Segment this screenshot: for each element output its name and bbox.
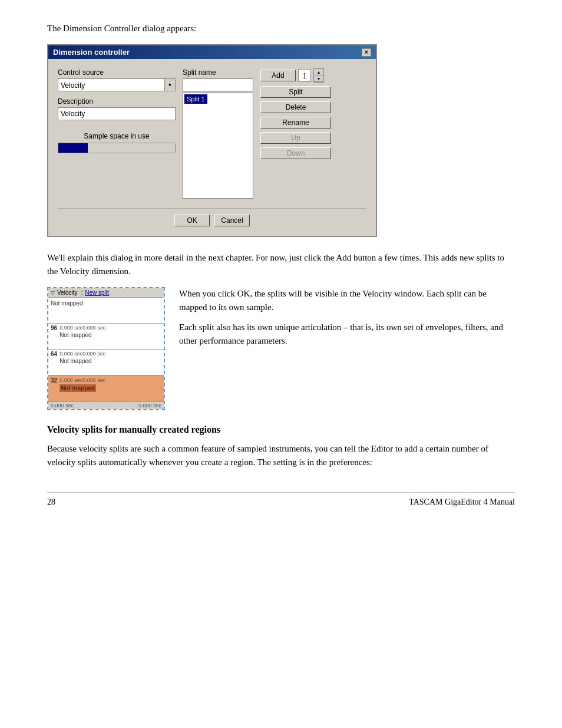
velocity-row-2-num: 96 [51, 325, 57, 331]
dialog-left-panel: Control source Velocity ▼ Description Sa… [58, 68, 176, 199]
velocity-row-3-header: 0.000 sec 0.000 sec [59, 351, 105, 357]
page-footer: 28 TASCAM GigaEditor 4 Manual [47, 492, 515, 507]
close-button[interactable]: × [362, 48, 371, 57]
description-field[interactable] [58, 107, 176, 120]
velocity-row-4-num: 32 [51, 377, 57, 384]
triangle-icon: ▽ [51, 290, 55, 296]
velocity-footer-time2: 0.000 sec [138, 403, 161, 409]
dialog-right-panel: Add 1 ▲ ▼ Split Delete Rename Up Down [260, 68, 331, 199]
velocity-row-2: 96 0.000 sec 0.000 sec Not mapped [48, 324, 164, 350]
section-heading: Velocity splits for manually created reg… [47, 424, 515, 435]
velocity-row-3-inner: 64 0.000 sec 0.000 sec Not mapped [51, 351, 161, 364]
split-button[interactable]: Split [260, 86, 331, 98]
sample-space-label: Sample space in use [58, 132, 176, 140]
sample-space-fill [58, 143, 88, 153]
new-split-label: New split [85, 289, 109, 296]
spinner-down-icon[interactable]: ▼ [314, 75, 323, 82]
description-label: Description [58, 97, 176, 106]
velocity-row-1-label: Not mapped [51, 300, 161, 307]
velocity-row-4-inner: 32 0.000 sec 0.000 sec Not mapped [51, 377, 161, 392]
dialog-title: Dimension controller [53, 48, 130, 57]
spinner-up-icon[interactable]: ▲ [314, 69, 323, 75]
section-body: Because velocity splits are such a commo… [47, 442, 515, 469]
dialog-box: Dimension controller × Control source Ve… [47, 44, 377, 237]
ok-button[interactable]: OK [174, 215, 210, 226]
dialog-titlebar: Dimension controller × [48, 45, 376, 59]
velocity-row-4-header: 0.000 sec 0.000 sec [59, 377, 105, 383]
split-name-field[interactable] [183, 78, 253, 91]
dialog-content-row: Control source Velocity ▼ Description Sa… [58, 68, 366, 199]
control-source-label: Control source [58, 68, 176, 77]
body-text-1: We'll explain this dialog in more detail… [47, 251, 515, 278]
velocity-row-4-label: Not mapped [59, 384, 96, 392]
sample-space-bar [58, 143, 176, 153]
velocity-section: ▽ Velocity : New split Not mapped 96 0.0… [47, 287, 515, 410]
manual-title: TASCAM GigaEditor 4 Manual [409, 498, 515, 507]
velocity-row-3-label: Not mapped [59, 358, 105, 364]
control-source-dropdown[interactable]: Velocity ▼ [58, 78, 176, 91]
delete-button[interactable]: Delete [260, 101, 331, 113]
velocity-text-column: When you click OK, the splits will be vi… [179, 287, 515, 410]
split-list[interactable]: Split 1 [183, 93, 253, 199]
dialog-footer: OK Cancel [58, 208, 366, 226]
dropdown-arrow-icon[interactable]: ▼ [164, 79, 175, 91]
velocity-row-2-inner: 96 0.000 sec 0.000 sec Not mapped [51, 325, 161, 338]
velocity-title: Velocity [57, 289, 77, 296]
spinner-value: 1 [298, 69, 311, 82]
velocity-window: ▽ Velocity : New split Not mapped 96 0.0… [47, 287, 165, 410]
add-button[interactable]: Add [260, 70, 296, 81]
velocity-titlebar: ▽ Velocity : New split [48, 288, 164, 298]
velocity-row-3-num: 64 [51, 351, 57, 357]
cancel-button[interactable]: Cancel [214, 215, 250, 226]
velocity-footer-time1: 0.000 sec [51, 403, 74, 409]
control-source-value: Velocity [58, 79, 164, 91]
add-row: Add 1 ▲ ▼ [260, 68, 331, 83]
down-button[interactable]: Down [260, 147, 331, 159]
rename-button[interactable]: Rename [260, 117, 331, 129]
intro-text: The Dimension Controller dialog appears: [47, 24, 515, 34]
dialog-body: Control source Velocity ▼ Description Sa… [48, 59, 376, 236]
dialog-wrapper: Dimension controller × Control source Ve… [47, 44, 515, 237]
velocity-row-2-header: 0.000 sec 0.000 sec [59, 325, 105, 331]
velocity-row-4: 32 0.000 sec 0.000 sec Not mapped [48, 375, 164, 401]
split-name-label: Split name [183, 68, 253, 77]
velocity-para-2: Each split also has its own unique artic… [179, 321, 515, 347]
velocity-row-1: Not mapped [48, 298, 164, 324]
velocity-para-1: When you click OK, the splits will be vi… [179, 287, 515, 314]
split-list-item[interactable]: Split 1 [184, 94, 207, 104]
velocity-row-2-label: Not mapped [59, 332, 105, 338]
spinner[interactable]: ▲ ▼ [313, 68, 324, 83]
velocity-row-3: 64 0.000 sec 0.000 sec Not mapped [48, 350, 164, 375]
page-number: 28 [47, 498, 55, 507]
velocity-footer: 0.000 sec 0.000 sec [48, 401, 164, 409]
up-button[interactable]: Up [260, 132, 331, 144]
dialog-middle-panel: Split name Split 1 [183, 68, 253, 199]
description-section: Description [58, 97, 176, 120]
